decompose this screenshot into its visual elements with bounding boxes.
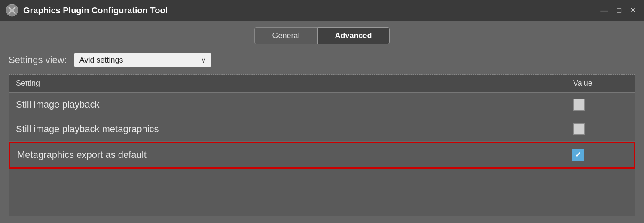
column-header-setting: Setting bbox=[9, 75, 566, 92]
checkbox-metagraphics-export-as-default[interactable] bbox=[572, 149, 584, 161]
settings-table: Setting Value Still image playback Still… bbox=[9, 74, 635, 216]
value-still-image-playback bbox=[566, 93, 635, 117]
setting-still-image-playback-metagraphics: Still image playback metagraphics bbox=[9, 118, 566, 141]
table-row-metagraphics-export: Metagraphics export as default bbox=[10, 143, 634, 167]
column-header-value: Value bbox=[566, 75, 635, 92]
maximize-button[interactable]: □ bbox=[614, 6, 624, 15]
value-still-image-playback-metagraphics bbox=[566, 117, 635, 141]
value-metagraphics-export-as-default bbox=[565, 143, 634, 167]
main-window: Graphics Plugin Configuration Tool — □ ✕… bbox=[0, 0, 644, 223]
checkbox-still-image-playback[interactable] bbox=[573, 99, 585, 111]
app-icon bbox=[5, 3, 19, 17]
titlebar: Graphics Plugin Configuration Tool — □ ✕ bbox=[0, 0, 644, 21]
tabs-row: General Advanced bbox=[9, 27, 635, 44]
settings-view-label: Settings view: bbox=[9, 54, 67, 66]
svg-point-3 bbox=[10, 9, 14, 12]
window-title: Graphics Plugin Configuration Tool bbox=[23, 6, 598, 15]
settings-view-select[interactable]: Avid settings Custom settings bbox=[74, 53, 211, 67]
setting-metagraphics-export-as-default: Metagraphics export as default bbox=[10, 143, 565, 166]
settings-view-select-wrapper: Avid settings Custom settings bbox=[74, 53, 211, 67]
content-area: General Advanced Settings view: Avid set… bbox=[0, 21, 644, 223]
settings-view-row: Settings view: Avid settings Custom sett… bbox=[9, 53, 635, 67]
minimize-button[interactable]: — bbox=[598, 6, 610, 15]
setting-still-image-playback: Still image playback bbox=[9, 93, 566, 116]
highlighted-row-wrapper: Metagraphics export as default bbox=[9, 142, 635, 169]
checkbox-still-image-playback-metagraphics[interactable] bbox=[573, 123, 585, 135]
table-row: Still image playback metagraphics bbox=[9, 117, 635, 142]
tab-general[interactable]: General bbox=[254, 27, 317, 44]
table-header: Setting Value bbox=[9, 75, 635, 93]
tab-advanced[interactable]: Advanced bbox=[317, 27, 390, 44]
window-controls: — □ ✕ bbox=[598, 6, 639, 15]
table-row: Still image playback bbox=[9, 93, 635, 117]
close-button[interactable]: ✕ bbox=[627, 6, 639, 15]
